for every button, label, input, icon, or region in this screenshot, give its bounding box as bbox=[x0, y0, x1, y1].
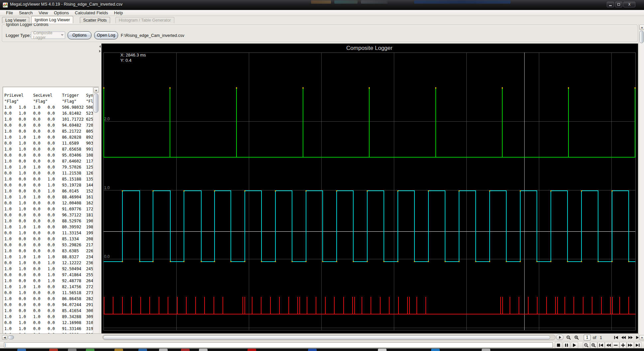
scroll-up-icon[interactable]: ▲ bbox=[639, 25, 644, 30]
menu-file[interactable]: File bbox=[3, 10, 16, 16]
chart-toolbar: ◀ 1 of 1 bbox=[0, 333, 644, 341]
zoom-in-icon[interactable] bbox=[573, 335, 580, 340]
titlebar-glass-artifact bbox=[361, 0, 388, 4]
close-button[interactable]: X bbox=[623, 2, 635, 7]
taskbar-app-icon[interactable] bbox=[431, 349, 440, 351]
app-icon bbox=[3, 2, 8, 8]
taskbar-app-icon[interactable] bbox=[138, 349, 147, 351]
step-minus-button[interactable] bbox=[612, 342, 619, 348]
rewind-button[interactable] bbox=[605, 342, 612, 348]
main-vscroll-thumb[interactable] bbox=[639, 31, 644, 43]
tab-strip: Log ViewerIgnition Log ViewerScatter Plo… bbox=[0, 16, 644, 23]
menu-search[interactable]: Search bbox=[16, 10, 36, 16]
fast-forward-button[interactable] bbox=[627, 342, 634, 348]
logger-type-value: Composite Logger bbox=[33, 31, 65, 40]
menu-calculated-fields[interactable]: Calculated Fields bbox=[72, 10, 111, 16]
menu-view[interactable]: View bbox=[36, 10, 51, 16]
page-number-input[interactable]: 1 bbox=[584, 335, 590, 340]
chevron-down-icon bbox=[61, 34, 64, 36]
taskbar-app-icon[interactable] bbox=[247, 349, 256, 351]
taskbar-app-icon[interactable] bbox=[86, 349, 94, 351]
svg-text:X: 2846.3 ms: X: 2846.3 ms bbox=[120, 53, 146, 58]
svg-text:2.0: 2.0 bbox=[104, 117, 110, 121]
chart-hscroll-thumb[interactable] bbox=[103, 335, 550, 339]
scroll-down-icon[interactable]: ▼ bbox=[639, 335, 644, 340]
scroll-left-icon[interactable]: ◀ bbox=[2, 335, 7, 340]
svg-text:1.0: 1.0 bbox=[104, 185, 110, 190]
zoom-out-icon[interactable] bbox=[565, 335, 572, 340]
transport-bar bbox=[0, 341, 644, 348]
stop-button[interactable] bbox=[555, 342, 562, 348]
taskbar-app-icon[interactable] bbox=[378, 349, 387, 351]
menu-help[interactable]: Help bbox=[111, 10, 126, 16]
taskbar-app-icon[interactable] bbox=[159, 349, 168, 351]
step-plus-button[interactable] bbox=[619, 342, 627, 348]
taskbar-app-icon[interactable] bbox=[308, 349, 317, 351]
restore-button[interactable] bbox=[615, 2, 622, 7]
chart-horizontal-scrollbar[interactable] bbox=[102, 335, 556, 340]
taskbar-app-icon[interactable] bbox=[181, 349, 190, 351]
zoom-out-button[interactable] bbox=[583, 342, 590, 348]
logger-type-label: Logger Type: bbox=[6, 33, 31, 38]
svg-text:Y: 0.4: Y: 0.4 bbox=[120, 58, 131, 63]
titlebar-glass-artifact bbox=[414, 0, 511, 4]
splitter-collapse-left-icon[interactable] bbox=[99, 45, 101, 48]
fast-forward-icon[interactable] bbox=[627, 335, 634, 340]
titlebar-glass-artifact bbox=[334, 0, 358, 4]
chart-scroll-right-button[interactable] bbox=[556, 335, 564, 340]
taskbar-app-icon[interactable] bbox=[17, 349, 26, 351]
zoom-in-button[interactable] bbox=[590, 342, 597, 348]
taskbar-app-icon[interactable] bbox=[49, 349, 58, 351]
menu-bar: FileSearchViewOptionsCalculated FieldsHe… bbox=[0, 10, 644, 16]
skip-to-start-icon[interactable] bbox=[613, 335, 619, 340]
panel-splitter[interactable] bbox=[99, 43, 101, 333]
taskbar-app-icon[interactable] bbox=[482, 349, 490, 351]
data-table-text: PriLevel SecLevel Trigger Syn "Flag" "Fl… bbox=[3, 87, 98, 351]
menu-options[interactable]: Options bbox=[51, 10, 72, 16]
taskbar-app-icon[interactable] bbox=[114, 349, 123, 351]
main-vertical-scrollbar[interactable]: ▲ ▼ bbox=[639, 24, 644, 341]
pager-total: 1 bbox=[600, 335, 602, 340]
composite-logger-chart[interactable]: 2.01.00.0Composite LoggerX: 2846.3 msY: … bbox=[101, 44, 638, 333]
data-table[interactable]: PriLevel SecLevel Trigger Syn "Flag" "Fl… bbox=[3, 87, 99, 351]
options-button[interactable]: Options bbox=[68, 31, 91, 39]
windows-taskbar[interactable] bbox=[0, 348, 644, 351]
titlebar-glass-artifact bbox=[311, 0, 331, 4]
pager-of-label: of bbox=[593, 335, 596, 340]
window-title: MegaLogViewer MS 4.0.19 - Rising_edge_Ca… bbox=[10, 2, 122, 7]
table-vscroll-thumb[interactable] bbox=[93, 93, 98, 113]
svg-text:Composite Logger: Composite Logger bbox=[346, 45, 393, 51]
skip-to-end-button[interactable] bbox=[634, 342, 641, 348]
window-title-bar: MegaLogViewer MS 4.0.19 - Rising_edge_Ca… bbox=[0, 0, 644, 10]
panel-mini-scrollbar[interactable]: ◀ bbox=[2, 335, 15, 340]
mini-scroll-thumb[interactable] bbox=[8, 335, 14, 339]
rewind-icon[interactable] bbox=[620, 335, 627, 340]
skip-to-start-button[interactable] bbox=[597, 342, 605, 348]
play-button[interactable] bbox=[571, 342, 578, 348]
tab-scatter-plots[interactable]: Scatter Plots bbox=[80, 17, 110, 23]
svg-text:0.0: 0.0 bbox=[104, 254, 110, 259]
open-file-path: F:\Rising_edge_Cam_inverted.csv bbox=[121, 33, 184, 38]
logger-type-select[interactable]: Composite Logger bbox=[31, 32, 65, 39]
splitter-expand-right-icon[interactable] bbox=[99, 50, 101, 53]
open-log-button[interactable]: Open Log bbox=[94, 31, 118, 39]
tab-ignition-log-viewer[interactable]: Ignition Log Viewer bbox=[31, 16, 73, 23]
taskbar-app-icon[interactable] bbox=[199, 349, 208, 351]
minimize-button[interactable] bbox=[607, 2, 614, 7]
scroll-up-icon[interactable]: ▲ bbox=[93, 87, 99, 93]
log-position-input[interactable] bbox=[4, 342, 553, 348]
taskbar-app-icon[interactable] bbox=[68, 349, 77, 351]
pause-button[interactable] bbox=[563, 342, 570, 348]
table-vertical-scrollbar[interactable]: ▲ bbox=[93, 87, 99, 351]
data-view-panel: PriLevel SecLevel Trigger Syn "Flag" "Fl… bbox=[0, 43, 101, 333]
text-caret bbox=[5, 343, 6, 347]
tab-histogram-table-generator: Histogram / Table Generator bbox=[115, 17, 174, 23]
